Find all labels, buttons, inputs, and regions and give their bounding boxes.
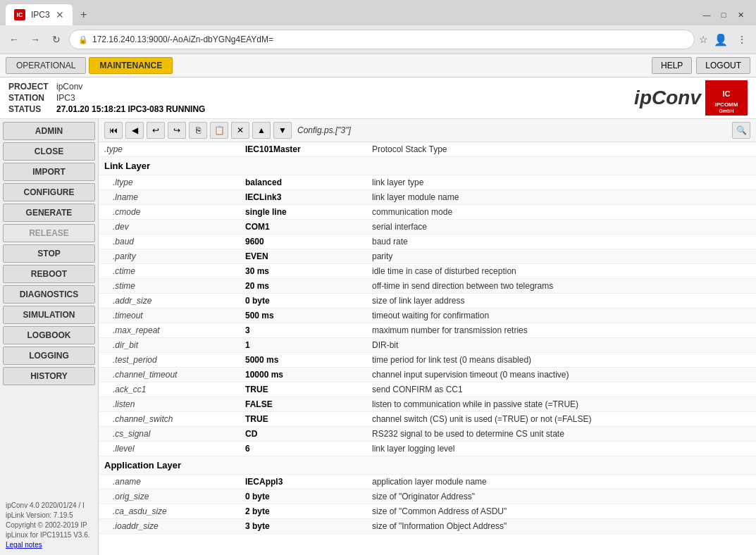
new-tab-button[interactable]: +	[75, 6, 92, 23]
field-listen: .listen	[99, 397, 240, 412]
field-addr-size: .addr_size	[99, 294, 240, 308]
table-row: .timeout 500 ms timeout waiting for conf…	[99, 308, 756, 323]
prev-button[interactable]: ◀	[125, 122, 144, 139]
type-field: .type	[99, 142, 240, 157]
restore-button[interactable]: □	[717, 8, 731, 22]
value-stime: 20 ms	[240, 279, 366, 294]
bookmark-icon[interactable]: ☆	[699, 34, 708, 45]
table-area[interactable]: .type IEC101Master Protocol Stack Type L…	[99, 142, 756, 555]
url-bar[interactable]: 🔒 172.16.240.13:9000/-AoAiZn-dbYGNg4EAYd…	[69, 30, 695, 49]
simulation-button[interactable]: SIMULATION	[3, 306, 95, 324]
redo-button[interactable]: ↪	[168, 122, 186, 139]
desc-listen: listen to communication while in passive…	[366, 397, 756, 412]
back-button[interactable]: ←	[6, 31, 23, 48]
move-down-button[interactable]: ▼	[273, 122, 292, 139]
reboot-button[interactable]: REBOOT	[3, 265, 95, 283]
tab-operational[interactable]: OPERATIONAL	[6, 57, 86, 74]
address-bar: ← → ↻ 🔒 172.16.240.13:9000/-AoAiZn-dbYGN…	[0, 25, 756, 54]
app-layer-header: Application Layer	[99, 456, 756, 475]
value-ca-asdu-size: 2 byte	[240, 504, 366, 519]
field-llevel: .llevel	[99, 442, 240, 456]
value-aname: IECAppl3	[240, 475, 366, 489]
field-cs-signal: .cs_signal	[99, 427, 240, 442]
value-timeout: 500 ms	[240, 308, 366, 323]
project-bar: PROJECT ipConv STATION IPC3 STATUS 27.01…	[0, 77, 756, 119]
desc-ctime: idle time in case of disturbed reception	[366, 264, 756, 279]
stop-button[interactable]: STOP	[3, 244, 95, 263]
close-button[interactable]: ✕	[733, 8, 748, 22]
copy-button[interactable]: ⎘	[189, 122, 207, 139]
logo-area: ipConv IC IPCOMM GmbH	[634, 80, 748, 116]
desc-channel-switch: channel switch (CS) unit is used (=TRUE)…	[366, 412, 756, 427]
profile-button[interactable]: 👤	[712, 31, 729, 48]
admin-button[interactable]: ADMIN	[3, 122, 95, 140]
undo-button[interactable]: ↩	[147, 122, 165, 139]
desc-lname: link layer module name	[366, 190, 756, 205]
value-ctime: 30 ms	[240, 264, 366, 279]
reload-button[interactable]: ↻	[48, 31, 65, 48]
desc-ca-asdu-size: size of "Common Address of ASDU"	[366, 504, 756, 519]
field-orig-size: .orig_size	[99, 489, 240, 504]
browser-menu-button[interactable]: ⋮	[733, 31, 750, 48]
desc-baud: baud rate	[366, 235, 756, 249]
configure-button[interactable]: CONFIGURE	[3, 183, 95, 201]
import-button[interactable]: IMPORT	[3, 163, 95, 181]
logout-button[interactable]: LOGOUT	[696, 57, 750, 74]
field-ca-asdu-size: .ca_asdu_size	[99, 504, 240, 519]
toolbar: ⏮ ◀ ↩ ↪ ⎘ 📋 ✕ ▲ ▼ Config.ps.["3"] 🔍	[99, 119, 756, 142]
table-row: .cs_signal CD RS232 signal to be used to…	[99, 427, 756, 442]
field-max-repeat: .max_repeat	[99, 323, 240, 338]
first-button[interactable]: ⏮	[104, 122, 123, 139]
type-row: .type IEC101Master Protocol Stack Type	[99, 142, 756, 157]
status-row: STATUS 27.01.20 15:18:21 IPC3-083 RUNNIN…	[8, 104, 205, 114]
tab-bar: IC IPC3 ✕ + — □ ✕	[0, 0, 756, 25]
table-row: .stime 20 ms off-time in send direction …	[99, 279, 756, 294]
paste-button[interactable]: 📋	[210, 122, 228, 139]
project-row: PROJECT ipConv	[8, 82, 205, 92]
table-row: .parity EVEN parity	[99, 249, 756, 264]
logging-button[interactable]: LOGGING	[3, 347, 95, 365]
generate-button[interactable]: GENERATE	[3, 204, 95, 222]
desc-llevel: link layer logging level	[366, 442, 756, 456]
help-button[interactable]: HELP	[652, 57, 692, 74]
minimize-button[interactable]: —	[700, 8, 714, 22]
main-area: ADMIN CLOSE IMPORT CONFIGURE GENERATE RE…	[0, 119, 756, 555]
value-listen: FALSE	[240, 397, 366, 412]
close-button-sidebar[interactable]: CLOSE	[3, 142, 95, 161]
logo-text: ipConv	[634, 87, 701, 109]
desc-test-period: time period for link test (0 means disab…	[366, 353, 756, 368]
diagnostics-button[interactable]: DIAGNOSTICS	[3, 285, 95, 304]
field-dev: .dev	[99, 220, 240, 235]
table-row: .ltype balanced link layer type	[99, 175, 756, 190]
value-max-repeat: 3	[240, 323, 366, 338]
active-tab: IC IPC3 ✕	[6, 4, 73, 25]
desc-parity: parity	[366, 249, 756, 264]
field-channel-switch: .channel_switch	[99, 412, 240, 427]
url-text: 172.16.240.13:9000/-AoAiZn-dbYGNg4EAYdM=	[92, 35, 686, 44]
tab-title: IPC3	[31, 10, 50, 20]
app-layer-header-row: Application Layer	[99, 456, 756, 475]
release-button: RELEASE	[3, 224, 95, 242]
type-desc: Protocol Stack Type	[366, 142, 756, 157]
tab-maintenance[interactable]: MAINTENANCE	[89, 57, 173, 74]
desc-cs-signal: RS232 signal to be used to determine CS …	[366, 427, 756, 442]
desc-aname: application layer module name	[366, 475, 756, 489]
desc-orig-size: size of "Originator Address"	[366, 489, 756, 504]
tab-close-icon[interactable]: ✕	[56, 9, 64, 20]
field-ctime: .ctime	[99, 264, 240, 279]
history-button[interactable]: HISTORY	[3, 367, 95, 385]
field-baud: .baud	[99, 235, 240, 249]
move-up-button[interactable]: ▲	[252, 122, 271, 139]
field-ack-cc1: .ack_cc1	[99, 382, 240, 397]
search-button[interactable]: 🔍	[732, 122, 750, 139]
logbook-button[interactable]: LOGBOOK	[3, 326, 95, 344]
forward-button[interactable]: →	[27, 31, 44, 48]
legal-notes-link[interactable]: Legal notes	[6, 541, 42, 549]
table-row: .test_period 5000 ms time period for lin…	[99, 353, 756, 368]
field-timeout: .timeout	[99, 308, 240, 323]
table-row: .dir_bit 1 DIR-bit	[99, 338, 756, 353]
table-row: .ctime 30 ms idle time in case of distur…	[99, 264, 756, 279]
table-row: .orig_size 0 byte size of "Originator Ad…	[99, 489, 756, 504]
delete-button[interactable]: ✕	[231, 122, 249, 139]
value-baud: 9600	[240, 235, 366, 249]
